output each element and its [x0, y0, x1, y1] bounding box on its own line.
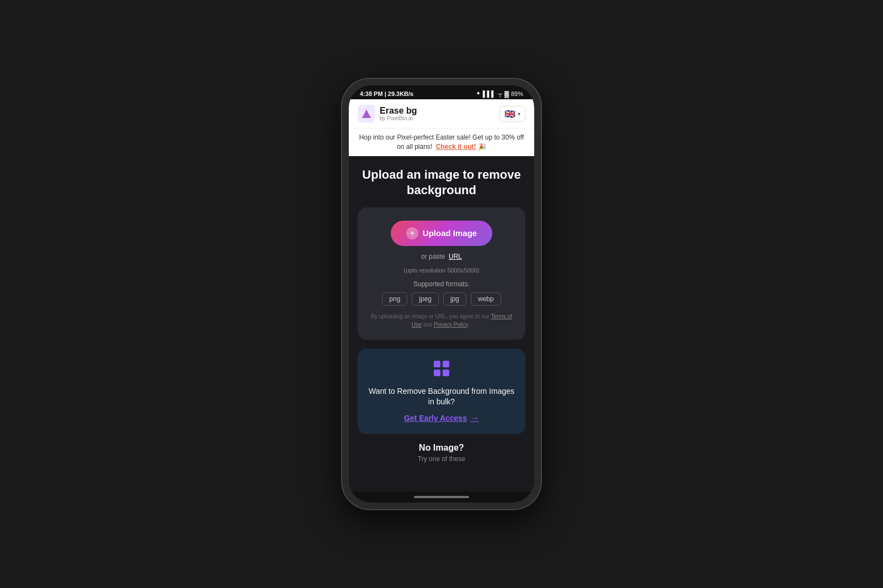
terms-prefix: By uploading an image or URL, you agree …	[371, 313, 491, 319]
formats-section: Supported formats: png jpeg jpg webp	[366, 280, 517, 306]
bulk-remove-icon	[433, 360, 450, 381]
paste-url-text: or paste URL	[421, 253, 462, 260]
chevron-down-icon: ▾	[518, 111, 520, 117]
language-selector[interactable]: 🇬🇧 ▾	[499, 106, 525, 122]
promo-text: Hop into our Pixel-perfect Easter sale! …	[358, 133, 525, 152]
promo-link[interactable]: Check it out!	[436, 143, 476, 151]
resolution-text: (upto resolution 5000x5000)	[404, 267, 480, 274]
upload-card: + Upload Image or paste URL (upto resolu…	[358, 207, 525, 340]
page-title: Upload an image to remove background	[358, 167, 525, 199]
privacy-policy-link[interactable]: Privacy Policy	[434, 322, 468, 328]
try-these-text: Try one of these	[358, 455, 525, 463]
format-jpg: jpg	[443, 292, 466, 306]
formats-label: Supported formats:	[366, 280, 517, 288]
svg-rect-6	[443, 370, 449, 376]
promo-emoji: 🎉	[478, 143, 486, 151]
svg-rect-3	[434, 361, 440, 367]
app-header: Erase bg by PixelBin.io 🇬🇧 ▾	[349, 99, 534, 128]
terms-dot: .	[470, 322, 471, 328]
logo-area: Erase bg by PixelBin.io	[358, 105, 417, 122]
terms-text: By uploading an image or URL, you agree …	[366, 312, 517, 329]
bottom-bar	[349, 491, 534, 503]
flag-icon: 🇬🇧	[504, 109, 515, 119]
wifi-icon: ┬	[498, 90, 502, 97]
early-access-label: Get Early Access	[404, 414, 467, 423]
app-name: Erase bg	[380, 106, 417, 116]
signal-icon: ▌▌▌	[483, 90, 496, 97]
format-png: png	[382, 292, 407, 306]
bluetooth-icon: ✦	[476, 90, 481, 97]
home-indicator	[414, 496, 469, 498]
no-image-title: No Image?	[358, 443, 525, 453]
status-time: 4:38 PM | 29.3KB/s	[360, 90, 413, 97]
or-paste-label: or paste	[421, 253, 445, 260]
main-content: Upload an image to remove background + U…	[349, 156, 534, 491]
battery-icon: ▓	[504, 90, 509, 97]
svg-rect-5	[434, 370, 440, 376]
bulk-card: Want to Remove Background from Images in…	[358, 349, 525, 434]
status-icons: ✦ ▌▌▌ ┬ ▓ 89%	[476, 90, 523, 97]
phone-frame: 4:38 PM | 29.3KB/s ✦ ▌▌▌ ┬ ▓ 89% Erase b…	[342, 79, 541, 509]
no-image-section: No Image? Try one of these	[358, 443, 525, 463]
svg-rect-4	[443, 361, 449, 367]
battery-percent: 89%	[511, 90, 523, 97]
upload-plus-icon: +	[406, 227, 418, 239]
app-logo-icon	[358, 105, 375, 122]
upload-button-label: Upload Image	[423, 228, 477, 238]
promo-banner: Hop into our Pixel-perfect Easter sale! …	[349, 128, 534, 156]
terms-and: and	[423, 322, 434, 328]
phone-screen: 4:38 PM | 29.3KB/s ✦ ▌▌▌ ┬ ▓ 89% Erase b…	[349, 85, 534, 503]
format-webp: webp	[471, 292, 501, 306]
upload-image-button[interactable]: + Upload Image	[391, 221, 492, 246]
app-subtitle: by PixelBin.io	[380, 115, 417, 121]
logo-text-area: Erase bg by PixelBin.io	[380, 106, 417, 122]
status-bar: 4:38 PM | 29.3KB/s ✦ ▌▌▌ ┬ ▓ 89%	[349, 85, 534, 99]
format-tags: png jpeg jpg webp	[366, 292, 517, 306]
early-access-button[interactable]: Get Early Access →	[404, 413, 479, 423]
format-jpeg: jpeg	[412, 292, 439, 306]
bulk-title: Want to Remove Background from Images in…	[366, 386, 517, 408]
url-link[interactable]: URL	[449, 253, 462, 260]
arrow-right-icon: →	[470, 413, 479, 423]
